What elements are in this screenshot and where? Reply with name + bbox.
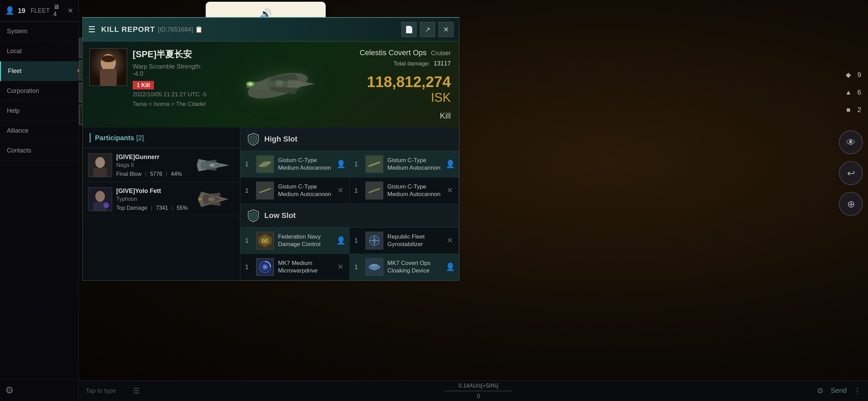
slot-item-icon: DC xyxy=(256,232,274,250)
sidebar: 👤 19 FLEET 🖥 4 ✕ System Local Fleet Corp… xyxy=(0,0,79,401)
svg-point-40 xyxy=(104,203,109,208)
slot-item-name: Gistum C-Type Medium Autocannon xyxy=(387,157,442,172)
slot-qty: 1 xyxy=(354,187,361,194)
send-button[interactable]: Send xyxy=(831,387,847,396)
svg-point-46 xyxy=(198,198,202,200)
victim-name: [SPE]半夏长安 xyxy=(133,48,213,60)
participant-info: [GIVE]Gunnerr Naga II Final Blow | 5776 … xyxy=(116,154,189,177)
typhoon-ship-image xyxy=(195,189,234,209)
slot-qty: 1 xyxy=(245,161,252,168)
speed-text: 0.14AU/s[+50%] xyxy=(459,383,498,389)
total-damage-row: Total damage: 13117 xyxy=(344,60,451,67)
slot-item[interactable]: 1 Gistum C-Type Medium Autocannon 👤 xyxy=(350,151,459,178)
slot-item[interactable]: 1 MK7 Covert Ops Cloaking Device 👤 xyxy=(350,254,459,280)
eye-button[interactable]: 👁 xyxy=(839,130,863,154)
participant-name: [GIVE]Gunnerr xyxy=(116,154,189,161)
kill-type-label: Kill xyxy=(344,111,451,121)
slot-qty: 1 xyxy=(354,237,361,244)
slot-item[interactable]: 1 Gistum C-Type Medium Autocannon 👤 xyxy=(240,151,350,178)
sidebar-item-corporation[interactable]: Corporation xyxy=(0,81,79,101)
kill-report-panel: ☰ KILL REPORT [ID:7651684] 📋 📄 ↗ ✕ xyxy=(82,17,459,281)
svg-rect-31 xyxy=(93,168,107,177)
sidebar-footer: ⚙ xyxy=(0,379,79,401)
slot-item-action-x: ✕ xyxy=(336,186,345,195)
sidebar-item-system[interactable]: System xyxy=(0,22,79,41)
bottom-settings-icon[interactable]: ⚙ xyxy=(817,387,824,396)
settings-icon[interactable]: ⚙ xyxy=(5,385,14,396)
svg-point-38 xyxy=(95,191,105,202)
svg-point-30 xyxy=(95,157,105,168)
slot-item-action-person: 👤 xyxy=(336,160,345,169)
svg-rect-15 xyxy=(100,69,117,86)
slot-item[interactable]: 1 DC Federation Navy Damage Control 👤 xyxy=(240,228,350,254)
low-slot-title: Low Slot xyxy=(264,211,296,220)
menu-icon[interactable]: ☰ xyxy=(88,25,96,34)
victim-info-left: [SPE]半夏长安 Warp Scramble Strength: -4.0 1… xyxy=(83,41,219,127)
ship-image-area xyxy=(219,41,336,127)
slot-item-action-x: ✕ xyxy=(446,236,454,245)
slot-item-action-person: 👤 xyxy=(446,263,454,271)
sidebar-item-help[interactable]: Help xyxy=(0,101,79,121)
participants-count: [2] xyxy=(136,134,144,142)
add-button[interactable]: ⊕ xyxy=(839,192,863,216)
triangle-count: 6 xyxy=(857,88,861,96)
participant-portrait xyxy=(88,187,112,211)
participant-item[interactable]: [GIVE]Yolo Fett Typhoon Top Damage | 734… xyxy=(83,182,240,216)
export-button[interactable]: ↗ xyxy=(420,22,435,37)
slot-item[interactable]: 1 Republic Fleet Gyrostabilizer ✕ xyxy=(350,228,459,254)
participants-panel: Participants [2] [GIVE]Gunnerr Naga II xyxy=(83,127,240,280)
copy-icon[interactable]: 📋 xyxy=(195,26,203,33)
slots-panel: High Slot 1 Gistum C-Type Medium xyxy=(240,127,459,280)
svg-point-34 xyxy=(209,164,215,167)
slot-item-action-person: 👤 xyxy=(446,160,454,169)
participant-stats: Final Blow | 5776 | 44% xyxy=(116,171,189,177)
low-slot-grid: 1 DC Federation Navy Damage Control 👤 xyxy=(240,228,459,280)
sidebar-header: 👤 19 FLEET 🖥 4 ✕ xyxy=(0,0,79,22)
notes-button[interactable]: 📄 xyxy=(401,22,417,37)
sidebar-item-contacts[interactable]: Contacts xyxy=(0,141,79,161)
slot-item-name: MK7 Medium Microwarpdrive xyxy=(278,259,332,275)
triangle-icon: ▲ xyxy=(842,86,855,98)
kill-stats-right: Celestis Covert Ops Cruiser Total damage… xyxy=(336,41,459,127)
svg-text:DC: DC xyxy=(262,238,268,244)
victim-warp-scramble: Warp Scramble Strength: -4.0 xyxy=(133,63,213,77)
slot-qty: 1 xyxy=(354,264,361,271)
shield-icon xyxy=(247,132,260,146)
monitor-icon[interactable]: 🖥 4 xyxy=(53,3,64,18)
sidebar-item-local[interactable]: Local xyxy=(0,41,79,61)
right-action-icons: 👁 ↩ ⊕ xyxy=(839,130,863,216)
svg-point-24 xyxy=(248,83,252,85)
people-icon: 👤 xyxy=(5,6,14,15)
sidebar-item-alliance[interactable]: Alliance xyxy=(0,121,79,141)
victim-portrait xyxy=(89,48,127,86)
diamond-count: 9 xyxy=(857,71,861,79)
right-resource-panel: ◆ 9 ▲ 6 ■ 2 xyxy=(842,69,861,116)
victim-date: 2022/10/05 11:21:27 UTC -5 xyxy=(133,91,213,98)
victim-details: [SPE]半夏长安 Warp Scramble Strength: -4.0 1… xyxy=(133,48,213,108)
participant-item[interactable]: [GIVE]Gunnerr Naga II Final Blow | 5776 … xyxy=(83,148,240,182)
kill-report-header: ☰ KILL REPORT [ID:7651684] 📋 📄 ↗ ✕ xyxy=(83,18,459,41)
slot-qty: 1 xyxy=(354,161,361,168)
tap-to-type[interactable]: Tap to type xyxy=(86,387,116,394)
participant-ship: Typhoon xyxy=(116,196,191,202)
slot-qty: 1 xyxy=(245,264,252,271)
svg-point-28 xyxy=(275,81,284,86)
slot-item[interactable]: 1 Gistum C-Type Medium Autocannon ✕ xyxy=(240,178,350,204)
slot-item[interactable]: 1 Gistum C-Type Medium Autocannon ✕ xyxy=(350,178,459,204)
bottom-bar: Tap to type ☰ 0.14AU/s[+50%] 0 ⚙ Send ⋮ xyxy=(79,380,868,401)
slot-item[interactable]: 1 MK7 Medium Microwarpdrive ✕ xyxy=(240,254,350,280)
bottom-extra-icon[interactable]: ⋮ xyxy=(854,387,861,396)
speed-indicator: 0.14AU/s[+50%] 0 xyxy=(147,383,810,399)
slot-item-name: Republic Fleet Gyrostabilizer xyxy=(387,233,442,248)
close-button[interactable]: ✕ xyxy=(438,22,454,37)
bottom-menu-icon[interactable]: ☰ xyxy=(133,387,140,396)
bottom-icons: ⚙ Send ⋮ xyxy=(817,387,861,396)
participants-title: Participants xyxy=(95,134,134,142)
diamond-resource: ◆ 9 xyxy=(842,69,861,81)
close-fleet-button[interactable]: ✕ xyxy=(68,7,73,15)
isk-row: 118,812,274 ISK xyxy=(344,73,451,105)
svg-marker-45 xyxy=(208,202,221,206)
back-button[interactable]: ↩ xyxy=(839,161,863,185)
sidebar-item-fleet[interactable]: Fleet xyxy=(0,61,79,81)
square-resource: ■ 2 xyxy=(842,104,861,116)
